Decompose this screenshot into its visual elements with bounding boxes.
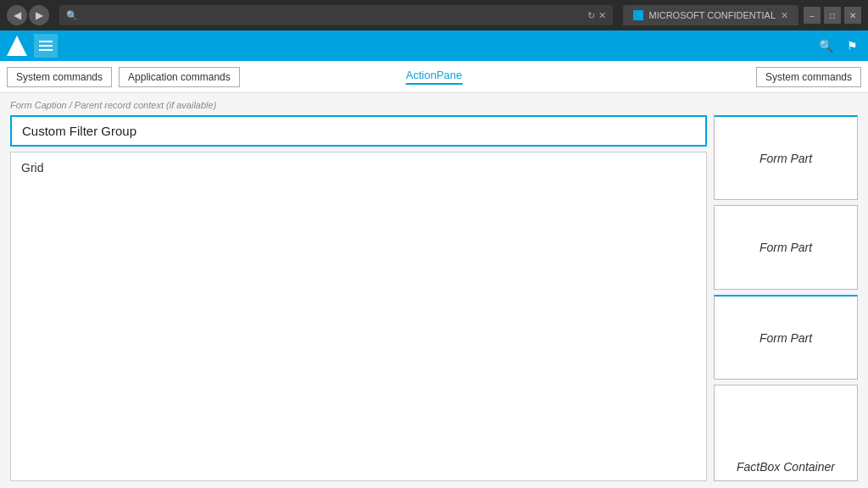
search-toolbar-button[interactable]: 🔍 bbox=[815, 36, 837, 56]
tab-favicon bbox=[633, 10, 643, 20]
action-pane-left: System commands Application commands bbox=[7, 67, 240, 87]
close-button[interactable]: ✕ bbox=[844, 7, 861, 24]
address-bar-container: 🔍 ↻ ✕ bbox=[59, 5, 613, 25]
browser-tab[interactable]: MICROSOFT CONFIDENTIAL ✕ bbox=[623, 5, 798, 25]
flag-toolbar-button[interactable]: ⚑ bbox=[843, 36, 861, 56]
forward-button[interactable]: ▶ bbox=[29, 5, 49, 25]
hamburger-line-2 bbox=[39, 45, 53, 47]
close-addr-icon[interactable]: ✕ bbox=[598, 10, 606, 21]
browser-controls: – □ ✕ bbox=[804, 7, 861, 24]
grid-area[interactable]: Grid bbox=[10, 152, 707, 481]
app-toolbar: 🔍 ⚑ bbox=[0, 30, 868, 61]
system-commands-left-button[interactable]: System commands bbox=[7, 67, 112, 87]
app-logo bbox=[7, 36, 27, 56]
factbox-container: FactBox Container bbox=[714, 385, 858, 481]
action-pane-right: System commands bbox=[756, 67, 861, 87]
form-body: Custom Filter Group Grid Form Part Form … bbox=[10, 115, 858, 481]
application-commands-button[interactable]: Application commands bbox=[119, 67, 240, 87]
form-part-3: Form Part bbox=[714, 295, 858, 380]
hamburger-menu-button[interactable] bbox=[34, 34, 58, 58]
custom-filter-group: Custom Filter Group bbox=[10, 115, 707, 147]
system-commands-right-button[interactable]: System commands bbox=[756, 67, 861, 87]
maximize-button[interactable]: □ bbox=[824, 7, 841, 24]
tab-label: MICROSOFT CONFIDENTIAL bbox=[648, 10, 776, 20]
form-caption: Form Caption / Parent record context (if… bbox=[10, 100, 858, 110]
refresh-icon[interactable]: ↻ bbox=[587, 10, 595, 21]
action-pane: System commands Application commands Act… bbox=[0, 61, 868, 93]
address-bar-actions: ↻ ✕ bbox=[587, 10, 606, 21]
minimize-button[interactable]: – bbox=[804, 7, 821, 24]
app-toolbar-right: 🔍 ⚑ bbox=[815, 36, 861, 56]
tab-close-button[interactable]: ✕ bbox=[781, 10, 788, 21]
form-part-2: Form Part bbox=[714, 205, 858, 290]
form-part-1: Form Part bbox=[714, 115, 858, 200]
form-sidebar: Form Part Form Part Form Part FactBox Co… bbox=[714, 115, 858, 481]
search-icon: 🔍 bbox=[66, 10, 78, 21]
form-content: Form Caption / Parent record context (if… bbox=[0, 93, 868, 488]
form-main: Custom Filter Group Grid bbox=[10, 115, 707, 481]
browser-chrome: ◀ ▶ 🔍 ↻ ✕ MICROSOFT CONFIDENTIAL ✕ – □ ✕ bbox=[0, 0, 868, 30]
action-pane-center-label: ActionPane bbox=[406, 69, 463, 85]
back-button[interactable]: ◀ bbox=[7, 5, 27, 25]
hamburger-line-3 bbox=[39, 49, 53, 51]
hamburger-line-1 bbox=[39, 41, 53, 42]
browser-nav-buttons: ◀ ▶ bbox=[7, 5, 49, 25]
